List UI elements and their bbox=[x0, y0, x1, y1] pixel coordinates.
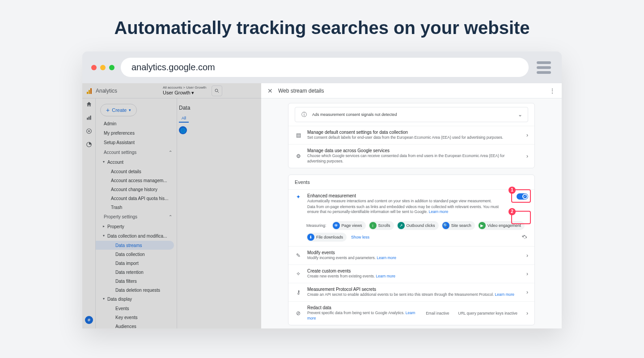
sidebar-item-data-filters[interactable]: Data filters bbox=[96, 277, 177, 286]
left-nav-rail bbox=[82, 83, 96, 328]
traffic-light-minimize[interactable] bbox=[100, 65, 106, 70]
enhanced-measurement-row: ✦ Enhanced measurement Automatically mea… bbox=[288, 189, 534, 219]
chevron-right-icon: › bbox=[526, 271, 528, 277]
reports-icon[interactable] bbox=[86, 115, 92, 121]
sidebar-item-account-quota[interactable]: Account data API quota his... bbox=[96, 194, 177, 203]
chip-site-search: 🔍Site search bbox=[441, 221, 475, 230]
sidebar-item-data-streams[interactable]: Data streams bbox=[96, 241, 174, 250]
measuring-chips-row: Measuring: 👁Page views ↕Scrolls ↗Outboun… bbox=[288, 218, 534, 246]
hamburger-icon[interactable] bbox=[535, 60, 553, 76]
enhanced-settings-gear-icon[interactable] bbox=[521, 234, 528, 241]
url-bar[interactable]: analytics.google.com bbox=[121, 58, 529, 77]
sidebar-item-preferences[interactable]: My preferences bbox=[96, 128, 177, 138]
protocol-icon: ⚷ bbox=[295, 289, 302, 296]
traffic-light-close[interactable] bbox=[91, 65, 97, 70]
traffic-lights bbox=[91, 65, 114, 70]
chevron-right-icon: › bbox=[526, 153, 528, 159]
modify-desc: Modify incoming events and parameters. bbox=[307, 256, 377, 260]
web-stream-details-panel: ✕ Web stream details ⋮ ⓘ Ads measurement… bbox=[261, 83, 562, 328]
admin-gear-icon[interactable] bbox=[85, 316, 93, 324]
custom-learn-more[interactable]: Learn more bbox=[376, 274, 395, 278]
svg-rect-3 bbox=[88, 117, 89, 120]
app-frame: Analytics All accounts > User Growth Use… bbox=[82, 83, 562, 328]
sidebar-item-account-access[interactable]: Account access managem... bbox=[96, 176, 177, 185]
search-icon bbox=[214, 88, 220, 94]
redact-title: Redact data bbox=[307, 305, 420, 310]
sidebar-item-data-collection[interactable]: Data collection and modifica... bbox=[96, 231, 177, 241]
home-icon[interactable] bbox=[86, 101, 92, 107]
scroll-icon: ↕ bbox=[369, 222, 377, 229]
enhanced-desc1: Automatically measure interactions and c… bbox=[307, 199, 511, 204]
tab-all[interactable]: All bbox=[179, 115, 189, 123]
svg-point-6 bbox=[88, 130, 90, 132]
sidebar-item-account-history[interactable]: Account change history bbox=[96, 185, 177, 194]
consent-settings-icon: ▤ bbox=[295, 132, 302, 139]
sidebar-section-property-settings[interactable]: Property settings⌃ bbox=[96, 212, 177, 222]
breadcrumb[interactable]: All accounts > User Growth User Growth ▾ bbox=[163, 85, 206, 96]
analytics-logo-icon bbox=[87, 88, 93, 94]
protocol-row[interactable]: ⚷ Measurement Protocol API secrets Creat… bbox=[288, 283, 534, 301]
more-menu-icon[interactable]: ⋮ bbox=[549, 87, 555, 94]
consent-notice-text: Ads measurement consent signals not dete… bbox=[312, 112, 513, 117]
svg-rect-4 bbox=[90, 115, 91, 119]
explore-icon[interactable] bbox=[86, 128, 92, 134]
sidebar-section-account-settings[interactable]: Account settings⌃ bbox=[96, 147, 177, 158]
sidebar-item-data-import[interactable]: Data import bbox=[96, 259, 177, 268]
consent-settings-row[interactable]: ▤ Manage default consent settings for da… bbox=[288, 126, 534, 144]
advertising-icon[interactable] bbox=[86, 141, 92, 148]
consent-notice-row[interactable]: ⓘ Ads measurement consent signals not de… bbox=[295, 107, 528, 122]
data-use-row[interactable]: ⚙ Manage data use across Google services… bbox=[288, 144, 534, 168]
consent-settings-desc: Set consent default labels for end-user … bbox=[307, 135, 521, 141]
sidebar-item-trash[interactable]: Trash bbox=[96, 203, 177, 212]
close-icon[interactable]: ✕ bbox=[267, 87, 273, 94]
chip-page-views: 👁Page views bbox=[332, 221, 366, 230]
globe-icon[interactable]: 🌐 bbox=[179, 126, 187, 134]
chevron-right-icon: › bbox=[526, 252, 528, 259]
search-chip-icon: 🔍 bbox=[442, 222, 449, 229]
sidebar-item-property[interactable]: Property bbox=[96, 222, 177, 231]
modify-icon: ✎ bbox=[295, 252, 302, 259]
modify-learn-more[interactable]: Learn more bbox=[377, 256, 396, 260]
protocol-learn-more[interactable]: Learn more bbox=[495, 292, 514, 297]
data-label: Data bbox=[177, 101, 261, 115]
redact-status-url: URL query parameter keys inactive bbox=[458, 311, 517, 315]
sidebar-item-data-collection-sub[interactable]: Data collection bbox=[96, 250, 177, 259]
protocol-desc: Create an API secret to enable additiona… bbox=[307, 292, 495, 297]
chevron-up-icon: ⌃ bbox=[169, 214, 172, 219]
sidebar-item-account-details[interactable]: Account details bbox=[96, 167, 177, 176]
chevron-down-icon: ⌄ bbox=[518, 111, 522, 118]
sidebar-item-events[interactable]: Events bbox=[96, 304, 177, 313]
chevron-down-icon: ▾ bbox=[191, 90, 194, 96]
download-icon: ⬇ bbox=[307, 234, 314, 241]
sidebar-item-audiences[interactable]: Audiences bbox=[96, 322, 177, 328]
eye-icon: 👁 bbox=[333, 222, 340, 229]
custom-events-row[interactable]: ✧ Create custom events Create new events… bbox=[288, 264, 534, 283]
sidebar-item-data-display[interactable]: Data display bbox=[96, 294, 177, 304]
chevron-right-icon: › bbox=[526, 132, 528, 138]
sidebar-item-admin[interactable]: Admin bbox=[96, 119, 177, 128]
modify-events-row[interactable]: ✎ Modify events Modify incoming events a… bbox=[288, 246, 534, 264]
sidebar-item-data-deletion[interactable]: Data deletion requests bbox=[96, 286, 177, 294]
custom-desc: Create new events from existing events. bbox=[307, 274, 376, 278]
redact-icon: ⊘ bbox=[295, 310, 302, 317]
redact-row[interactable]: ⊘ Redact data Prevent specific data from… bbox=[288, 301, 534, 325]
sidebar-item-account[interactable]: Account bbox=[96, 158, 177, 167]
create-button[interactable]: +Create ▾ bbox=[100, 104, 137, 116]
page-heading: Automatically tracking searches on your … bbox=[0, 0, 644, 51]
sidebar-item-data-retention[interactable]: Data retention bbox=[96, 268, 177, 277]
browser-window: analytics.google.com Analytics All accou… bbox=[82, 51, 562, 328]
sidebar-item-key-events[interactable]: Key events bbox=[96, 313, 177, 322]
enhanced-learn-more[interactable]: Learn more bbox=[429, 209, 448, 214]
sidebar-item-setup-assistant[interactable]: Setup Assistant bbox=[96, 138, 177, 147]
redact-status-email: Email inactive bbox=[426, 311, 449, 315]
protocol-title: Measurement Protocol API secrets bbox=[307, 287, 521, 292]
chevron-down-icon: ▾ bbox=[129, 108, 131, 112]
enhanced-measurement-toggle[interactable] bbox=[517, 193, 528, 200]
traffic-light-maximize[interactable] bbox=[109, 65, 114, 70]
show-less-link[interactable]: Show less bbox=[351, 235, 369, 239]
play-icon: ▶ bbox=[479, 222, 486, 229]
enhanced-icon: ✦ bbox=[295, 193, 302, 200]
search-button[interactable] bbox=[212, 85, 222, 96]
plus-icon: + bbox=[106, 107, 110, 114]
link-icon: ↗ bbox=[398, 222, 405, 229]
